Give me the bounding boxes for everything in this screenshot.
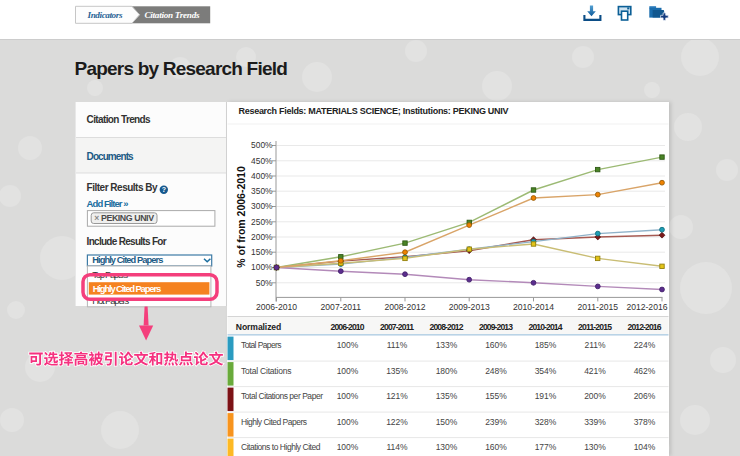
svg-text:Highly Cited Papers: Highly Cited Papers: [93, 283, 162, 294]
svg-text:248%: 248%: [485, 366, 507, 376]
svg-text:Include Results For: Include Results For: [87, 236, 167, 247]
svg-text:Highly Cited Papers: Highly Cited Papers: [92, 255, 163, 265]
svg-text:100%: 100%: [337, 391, 359, 401]
svg-text:Research Fields: MATERIALS SCI: Research Fields: MATERIALS SCIENCE; Inst…: [239, 106, 509, 116]
svg-text:2012-2016: 2012-2016: [626, 302, 667, 312]
svg-text:160%: 160%: [485, 442, 507, 452]
svg-text:100%: 100%: [251, 262, 273, 272]
svg-text:191%: 191%: [535, 391, 557, 401]
svg-text:339%: 339%: [584, 417, 606, 427]
svg-text:121%: 121%: [386, 391, 408, 401]
svg-text:500%: 500%: [251, 140, 273, 150]
svg-text:2006-2010: 2006-2010: [256, 302, 297, 312]
svg-text:100%: 100%: [337, 417, 359, 427]
svg-text:122%: 122%: [386, 417, 408, 427]
svg-text:150%: 150%: [251, 247, 273, 257]
svg-text:133%: 133%: [436, 340, 458, 350]
svg-text:Add Filter »: Add Filter »: [87, 198, 129, 209]
svg-text:206%: 206%: [634, 391, 656, 401]
svg-text:2007-2011: 2007-2011: [380, 322, 414, 332]
svg-text:239%: 239%: [485, 417, 507, 427]
svg-text:2008-2012: 2008-2012: [430, 322, 464, 332]
svg-text:Citation Trends: Citation Trends: [87, 114, 151, 125]
svg-text:2006-2010: 2006-2010: [331, 322, 365, 332]
svg-text:200%: 200%: [251, 232, 273, 242]
svg-text:×: ×: [94, 213, 99, 223]
svg-text:2008-2012: 2008-2012: [384, 302, 425, 312]
svg-text:PEKING UNIV: PEKING UNIV: [101, 213, 154, 223]
svg-text:211%: 211%: [584, 340, 606, 350]
svg-text:462%: 462%: [634, 366, 656, 376]
svg-text:Total Papers: Total Papers: [241, 340, 282, 350]
svg-text:2010-2014: 2010-2014: [529, 322, 563, 332]
svg-text:378%: 378%: [634, 417, 656, 427]
svg-text:300%: 300%: [251, 201, 273, 211]
svg-text:2007-2011: 2007-2011: [321, 302, 362, 312]
svg-text:100%: 100%: [337, 366, 359, 376]
svg-text:2009-2013: 2009-2013: [479, 322, 513, 332]
svg-text:% of from 2006-2010: % of from 2006-2010: [235, 166, 247, 268]
svg-text:2011-2015: 2011-2015: [578, 302, 619, 312]
svg-text:?: ?: [162, 186, 166, 193]
svg-text:104%: 104%: [634, 442, 656, 452]
svg-text:130%: 130%: [584, 442, 606, 452]
svg-text:200%: 200%: [584, 391, 606, 401]
svg-text:150%: 150%: [436, 417, 458, 427]
svg-text:100%: 100%: [337, 442, 359, 452]
svg-text:Total Citations: Total Citations: [241, 366, 292, 376]
svg-text:2010-2014: 2010-2014: [513, 302, 554, 312]
svg-text:177%: 177%: [535, 442, 557, 452]
svg-text:Documents: Documents: [87, 151, 134, 162]
svg-text:2012-2016: 2012-2016: [628, 322, 662, 332]
svg-text:114%: 114%: [386, 442, 408, 452]
svg-text:Highly Cited Papers: Highly Cited Papers: [241, 417, 307, 427]
svg-text:328%: 328%: [535, 417, 557, 427]
svg-text:111%: 111%: [387, 340, 408, 350]
svg-text:185%: 185%: [535, 340, 557, 350]
svg-text:250%: 250%: [251, 217, 273, 227]
svg-text:Citations to Highly Cited: Citations to Highly Cited: [241, 442, 321, 452]
svg-text:Total Citations per Paper: Total Citations per Paper: [241, 391, 323, 401]
svg-text:180%: 180%: [436, 366, 458, 376]
svg-text:Filter Results By: Filter Results By: [87, 182, 158, 193]
svg-text:421%: 421%: [584, 366, 606, 376]
svg-text:2009-2013: 2009-2013: [449, 302, 490, 312]
svg-text:135%: 135%: [386, 366, 408, 376]
svg-text:Normalized: Normalized: [236, 322, 281, 332]
svg-text:224%: 224%: [634, 340, 656, 350]
svg-text:130%: 130%: [436, 442, 458, 452]
svg-text:50%: 50%: [256, 278, 273, 288]
svg-text:155%: 155%: [485, 391, 507, 401]
svg-text:160%: 160%: [485, 340, 507, 350]
svg-text:135%: 135%: [436, 391, 458, 401]
svg-text:450%: 450%: [251, 156, 273, 166]
svg-text:100%: 100%: [337, 340, 359, 350]
svg-text:350%: 350%: [251, 186, 273, 196]
svg-text:2011-2015: 2011-2015: [578, 322, 612, 332]
svg-text:354%: 354%: [535, 366, 557, 376]
svg-text:400%: 400%: [251, 171, 273, 181]
svg-text:Papers by Research Field: Papers by Research Field: [75, 58, 288, 79]
